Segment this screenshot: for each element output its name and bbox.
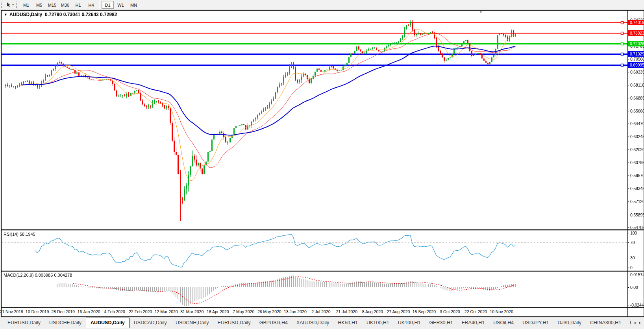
timeframe-button-h1[interactable]: H1 (72, 1, 84, 9)
price-axis-tick: 0.55895 (628, 213, 644, 217)
date-label: 3 Oct 2020 (440, 309, 460, 314)
date-label: 21 Nov 2019 (0, 309, 23, 314)
symbol-tab-dj30-daily[interactable]: DJ30,Daily (553, 318, 585, 328)
symbol-tab-gbpusd-h4[interactable]: GBPUSD,H4 (255, 318, 292, 328)
symbol-tab-fra40-h1[interactable]: FRA40,H1 (457, 318, 489, 328)
pane-separator[interactable] (2, 229, 644, 231)
price-axis-tick: -0.024412 (628, 303, 644, 307)
price-axis-tick: 0 (628, 265, 644, 270)
timeframe-button-d1[interactable]: D1 (102, 1, 114, 9)
date-label: 21 Jul 2020 (336, 309, 357, 314)
symbol-tab-usdjpy-h1[interactable]: USDJPY,H1 (518, 318, 553, 328)
price-axis-tick: 0.58345 (628, 186, 644, 191)
price-level-badge[interactable]: 0.69995 (628, 62, 644, 68)
price-chart-canvas[interactable] (2, 11, 627, 229)
price-axis[interactable]: 0.742350.730100.717850.705600.693350.681… (628, 11, 644, 316)
symbol-tab-usoil-da[interactable]: USOil,Da (625, 318, 632, 328)
timeframe-button-m30[interactable]: M30 (59, 1, 71, 9)
date-label: 26 May 2020 (257, 309, 281, 314)
tab-scroll-arrows: ◄ ► (632, 318, 644, 328)
date-label: 8 Aug 2020 (362, 309, 383, 314)
date-label: 16 Jan 2020 (78, 309, 100, 314)
symbol-tab-ger30-h1[interactable]: GER30,H1 (425, 318, 457, 328)
symbol-tab-usdcnh-daily[interactable]: USDCNH,Daily (171, 318, 213, 328)
symbol-tab-usoil-h4[interactable]: USOil,H4 (489, 318, 518, 328)
date-label: 4 Feb 2020 (104, 309, 125, 314)
timeframe-button-m1[interactable]: M1 (20, 1, 32, 9)
timeframe-button-w1[interactable]: W1 (115, 1, 127, 9)
date-label: 10 Nov 2020 (490, 309, 513, 314)
timeframe-button-h4[interactable]: H4 (85, 1, 97, 9)
symbol-tab-xauusd-daily[interactable]: XAUUSD,Daily (292, 318, 333, 328)
chevron-down-icon: ▾ (12, 3, 14, 6)
toolbar-separator (99, 1, 100, 8)
price-axis-tick: 0.54705 (628, 225, 644, 230)
tab-scroll-right-icon[interactable]: ► (638, 321, 642, 325)
symbol-tabs: EURUSD,DailyUSDCHF,DailyAUDUSD,DailyUSDC… (0, 318, 632, 328)
symbol-tab-china300-h1[interactable]: CHINA300,H1 (586, 318, 625, 328)
price-axis-tick: 0.62020 (628, 147, 644, 152)
date-axis[interactable]: 21 Nov 201910 Dec 201928 Dec 201916 Jan … (2, 308, 627, 316)
symbol-tab-usdchf-daily[interactable]: USDCHF,Daily (45, 318, 86, 328)
symbol-tab-uk100-h1[interactable]: UK100,H1 (362, 318, 394, 328)
toolbar-grip[interactable] (1, 2, 3, 8)
price-axis-tick: 0.66885 (628, 96, 644, 100)
price-level-badge[interactable]: 0.72026 (628, 41, 644, 46)
date-label: 7 May 2020 (233, 309, 254, 314)
date-label: 15 Sep 2020 (413, 309, 436, 314)
date-label: 22 Feb 2020 (129, 309, 152, 314)
rsi-pane-canvas[interactable] (2, 231, 627, 270)
price-axis-tick: 0.57120 (628, 199, 644, 204)
price-axis-tick: 0.60795 (628, 160, 644, 165)
timeframe-button-m15[interactable]: M15 (46, 1, 58, 9)
symbol-tab-eurusd-daily[interactable]: EURUSD,Daily (213, 318, 255, 328)
price-level-badge[interactable]: 0.73023 (628, 30, 644, 36)
date-label: 18 Apr 2020 (207, 309, 229, 314)
tab-scroll-left-icon[interactable]: ◄ (633, 321, 636, 325)
cursor-tool-button[interactable]: ▾ (5, 1, 15, 9)
price-axis-tick: 0.59570 (628, 173, 644, 178)
rsi-indicator-label: RSI(14) 58.1945 (4, 232, 35, 237)
date-label: 10 Dec 2019 (26, 309, 49, 314)
price-level-badge[interactable]: 0.74019 (628, 20, 644, 25)
price-axis-tick: 70 (628, 240, 644, 245)
chart-ohlc-values: 0.72790 0.73041 0.72643 0.72982 (45, 12, 117, 17)
macd-indicator-label: MACD(12,26,9) 0.003985 0.004278 (4, 273, 72, 277)
price-level-badge[interactable]: 0.71029 (628, 51, 644, 57)
timeframe-button-mn[interactable]: MN (128, 1, 140, 9)
price-axis-tick: 30 (628, 255, 644, 260)
date-label: 31 Mar 2020 (180, 309, 204, 314)
price-axis-tick: 0.70560 (628, 57, 644, 61)
chart-shift-marker[interactable]: ▼ (479, 10, 483, 14)
toolbar-grip-2[interactable] (16, 2, 18, 8)
price-axis-tick: 0.64470 (628, 121, 644, 126)
price-axis-tick: 100 (628, 231, 644, 235)
date-label: 12 Mar 2020 (155, 309, 178, 314)
macd-pane-canvas[interactable] (2, 272, 627, 307)
price-axis-tick: 0.65660 (628, 109, 644, 113)
chart-menu-icon[interactable]: ▼ (4, 13, 7, 17)
date-label: 13 Jun 2020 (284, 309, 307, 314)
date-label: 27 Aug 2020 (387, 309, 410, 314)
date-label: 28 Dec 2019 (51, 309, 75, 314)
symbol-tab-hk50-h1[interactable]: HK50,H1 (333, 318, 362, 328)
symbol-tab-eurusd-daily[interactable]: EURUSD,Daily (3, 318, 45, 328)
price-axis-tick: 0.00 (628, 285, 644, 290)
date-label: 22 Oct 2020 (464, 309, 487, 314)
timeframe-button-group: M1M5M15M30H1H4D1W1MN (20, 1, 140, 9)
price-axis-tick: 0.68110 (628, 83, 644, 87)
top-toolbar: ▾ M1M5M15M30H1H4D1W1MN (0, 0, 644, 9)
price-axis-tick: 0.015741 (628, 272, 644, 277)
symbol-tab-usdcad-daily[interactable]: USDCAD,Daily (130, 318, 171, 328)
timeframe-button-m5[interactable]: M5 (33, 1, 45, 9)
cursor-icon (6, 2, 11, 7)
symbol-tab-audusd-daily[interactable]: AUDUSD,Daily (86, 318, 130, 328)
price-axis-tick: 0.69335 (628, 70, 644, 74)
pane-separator[interactable] (2, 270, 644, 272)
chart-title: ▼AUDUSD,Daily 0.72790 0.73041 0.72643 0.… (4, 12, 117, 17)
symbol-tab-uk100-h1[interactable]: UK100,H1 (394, 318, 425, 328)
chart-window: ▼AUDUSD,Daily 0.72790 0.73041 0.72643 0.… (1, 10, 644, 317)
mt4-window: ▾ M1M5M15M30H1H4D1W1MN ▼AUDUSD,Daily 0.7… (0, 0, 644, 329)
price-axis-tick: 0.63245 (628, 134, 644, 139)
chart-symbol-title: AUDUSD,Daily (9, 12, 42, 17)
